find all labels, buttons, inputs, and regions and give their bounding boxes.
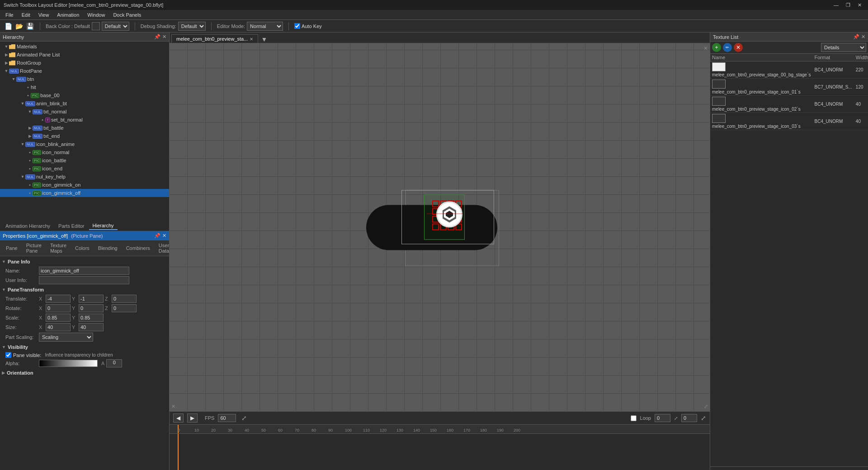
back-color-select[interactable]: Default <box>102 22 129 31</box>
menu-animation[interactable]: Animation <box>53 11 83 19</box>
end-frame-icon[interactable]: ⤢ <box>674 416 678 421</box>
tree-item-animated-pane-list[interactable]: ▶ Animated Pane List <box>0 51 169 59</box>
tab-combiners[interactable]: Combiners <box>122 244 154 252</box>
texture-view-select[interactable]: Details <box>821 43 866 52</box>
editor-tab-main[interactable]: melee_com_btn0_preview_sta... ✕ <box>171 34 258 43</box>
hierarchy-pin-button[interactable]: 📌 <box>154 34 160 40</box>
timeline-expand-icon[interactable]: ⤢ <box>701 414 706 422</box>
menu-window[interactable]: Window <box>84 11 108 19</box>
open-icon[interactable]: 📂 <box>14 22 24 31</box>
texture-delete-button[interactable]: ✕ <box>734 43 743 52</box>
texture-row-1[interactable]: melee_com_btn0_preview_stage_icon_01`s B… <box>710 79 868 96</box>
properties-close-button[interactable]: ✕ <box>162 233 166 239</box>
rotate-x-input[interactable] <box>46 304 71 312</box>
save-icon[interactable]: 💾 <box>25 22 34 31</box>
texture-hscroll[interactable] <box>710 466 868 470</box>
tree-item-icon-battle[interactable]: • PIC icon_battle <box>0 156 169 164</box>
tree-item-txt-battle[interactable]: ▶ NUL txt_battle <box>0 124 169 132</box>
canvas-bottom-expand[interactable]: ⤢ <box>704 404 708 409</box>
toolbar-sep-3 <box>211 22 212 30</box>
size-y-input[interactable] <box>79 323 104 331</box>
texture-close-button[interactable]: ✕ <box>861 34 865 40</box>
tree-item-icon-gimmick-off[interactable]: • PIC icon_gimmick_off <box>0 189 169 197</box>
part-scaling-row: Part Scaling: Scaling <box>2 333 167 342</box>
texture-edit-button[interactable]: ✏ <box>723 43 732 52</box>
texture-row-3[interactable]: melee_com_btn0_preview_stage_icon_03`s B… <box>710 113 868 130</box>
tree-item-set-bt-normal[interactable]: • T set_bt_normal <box>0 116 169 124</box>
menu-view[interactable]: View <box>35 11 53 19</box>
tree-item-icon-blink-anime[interactable]: ▼ NUL icon_blink_anime <box>0 140 169 148</box>
tab-picture-pane[interactable]: Picture Pane <box>22 241 46 255</box>
loop-checkbox[interactable] <box>631 415 637 421</box>
play-back-button[interactable]: ◀ <box>173 414 184 423</box>
menu-file[interactable]: File <box>2 11 17 19</box>
editor-tab-close[interactable]: ✕ <box>250 37 253 42</box>
scale-x-input[interactable] <box>46 314 71 322</box>
pane-info-header[interactable]: ▼ Pane Info <box>2 258 167 265</box>
texture-row-0[interactable]: melee_com_btn0_preview_stage_00_bg_stage… <box>710 61 868 79</box>
end-frame-input[interactable] <box>681 414 697 422</box>
timeline-icon-expand[interactable]: ⤢ <box>241 414 247 422</box>
tree-item-icon-normal[interactable]: • PIC icon_normal <box>0 148 169 156</box>
close-button[interactable]: ✕ <box>855 2 864 8</box>
orientation-header[interactable]: ▶ Orientation <box>2 369 167 376</box>
menu-dock-panels[interactable]: Dock Panels <box>109 11 145 19</box>
menu-edit[interactable]: Edit <box>18 11 34 19</box>
new-icon[interactable]: 📄 <box>4 22 13 31</box>
tree-item-icon-gimmick-on[interactable]: • PIC icon_gimmick_on <box>0 181 169 189</box>
tree-arrow-btn: ▼ <box>11 77 16 81</box>
translate-z-input[interactable] <box>112 295 137 303</box>
translate-y-input[interactable] <box>79 295 104 303</box>
properties-pin-button[interactable]: 📌 <box>154 233 160 239</box>
tree-item-btn[interactable]: ▼ NUL btn <box>0 75 169 83</box>
tab-hierarchy[interactable]: Hierarchy <box>89 222 118 230</box>
texture-row-2[interactable]: melee_com_btn0_preview_stage_icon_02`s B… <box>710 96 868 113</box>
user-info-input[interactable] <box>39 276 129 284</box>
tab-pane[interactable]: Pane <box>2 244 22 252</box>
tree-item-materials[interactable]: ▼ Materials <box>0 42 169 51</box>
tree-item-txt-normal[interactable]: ▼ NUL txt_normal <box>0 108 169 116</box>
size-x-input[interactable] <box>46 323 71 331</box>
rotate-y-input[interactable] <box>79 304 104 312</box>
scale-y-input[interactable] <box>79 314 104 322</box>
back-color-swatch[interactable] <box>92 22 100 30</box>
hierarchy-close-button[interactable]: ✕ <box>162 34 166 40</box>
loop-value-input[interactable] <box>655 414 670 422</box>
debug-shading-select[interactable]: Default <box>178 22 206 31</box>
tab-animation-hierarchy[interactable]: Animation Hierarchy <box>2 222 54 230</box>
editor-dropdown-icon[interactable]: ▼ <box>261 36 267 43</box>
tree-item-root-group[interactable]: ▶ RootGroup <box>0 59 169 67</box>
tex-format-1: BC7_UNORM_S... <box>812 79 854 96</box>
fps-input[interactable] <box>218 414 236 422</box>
play-forward-button[interactable]: ▶ <box>187 414 198 423</box>
name-input[interactable] <box>39 267 129 275</box>
minimize-button[interactable]: — <box>831 2 841 8</box>
tree-item-anim-blink-bt[interactable]: ▼ NUL anim_blink_bt <box>0 99 169 108</box>
part-scaling-select[interactable]: Scaling <box>39 333 93 342</box>
tree-item-nul-key-help[interactable]: ▼ NUL nul_key_help <box>0 173 169 181</box>
tab-blending[interactable]: Blending <box>94 244 122 252</box>
tree-item-root-pane[interactable]: ▼ NUL RootPane <box>0 67 169 75</box>
canvas-bottom-close[interactable]: ✕ <box>171 404 175 409</box>
alpha-bar[interactable] <box>39 360 98 367</box>
visibility-header[interactable]: ▼ Visibility <box>2 343 167 351</box>
translate-fields: X Y Z <box>39 295 137 303</box>
tab-user-data[interactable]: User Data <box>155 241 170 255</box>
tree-item-icon-end[interactable]: • PIC icon_end <box>0 164 169 173</box>
auto-key-checkbox[interactable] <box>294 23 300 29</box>
tree-item-base-00[interactable]: • PIC base_00 <box>0 91 169 99</box>
tree-item-txt-end[interactable]: ▶ NUL txt_end <box>0 132 169 140</box>
tab-parts-editor[interactable]: Parts Editor <box>55 222 88 230</box>
pane-visible-checkbox[interactable] <box>5 352 11 358</box>
editor-mode-select[interactable]: Normal <box>247 22 283 31</box>
texture-add-button[interactable]: + <box>712 43 721 52</box>
canvas-close-button[interactable]: ✕ <box>703 45 708 52</box>
maximize-button[interactable]: ❐ <box>843 2 853 8</box>
tab-colors[interactable]: Colors <box>71 244 94 252</box>
texture-pin-button[interactable]: 📌 <box>853 34 859 40</box>
pane-transform-header[interactable]: ▼ PaneTransform <box>2 286 167 293</box>
tree-item-hit[interactable]: • hit <box>0 83 169 91</box>
rotate-z-input[interactable] <box>112 304 137 312</box>
tab-texture-maps[interactable]: Texture Maps <box>46 241 71 255</box>
translate-x-input[interactable] <box>46 295 71 303</box>
